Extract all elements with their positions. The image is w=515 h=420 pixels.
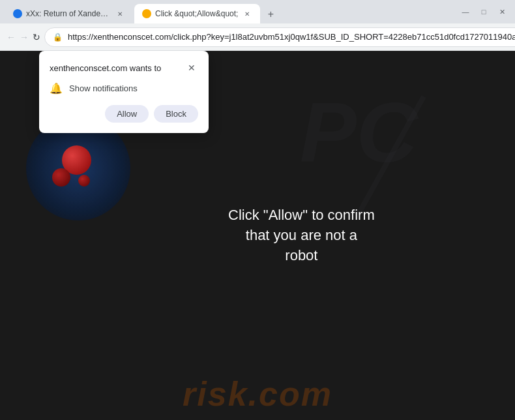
notification-popup: xenthenconscet.com wants to ✕ 🔔 Show not… [39,51,209,133]
lock-icon: 🔒 [53,33,63,42]
popup-buttons: Allow Block [50,105,198,123]
allow-button[interactable]: Allow [105,105,149,123]
window-controls: — □ ✕ [458,4,510,20]
notification-row-text: Show notifications [69,83,138,93]
popup-close-button[interactable]: ✕ [185,61,198,74]
tab-active[interactable]: Click &quot;Allow&quot; ✕ [134,4,260,23]
page-content: PC Click "Allow" to confirmthat you are … [0,51,515,420]
title-bar: xXx: Return of Xander Cage : 1... ✕ Clic… [0,0,515,23]
tab1-favicon [13,9,22,18]
tab1-close-button[interactable]: ✕ [115,8,125,19]
tab2-favicon [142,9,151,18]
tab1-title: xXx: Return of Xander Cage : 1... [26,9,111,18]
close-button[interactable]: ✕ [494,4,510,20]
address-text: https://xenthenconscet.com/click.php?key… [68,32,515,42]
risk-watermark: risk.com [183,374,332,413]
tab2-close-button[interactable]: ✕ [242,8,252,19]
main-text-content: Click "Allow" to confirmthat you are not… [228,207,375,263]
maximize-button[interactable]: □ [476,4,492,20]
address-bar[interactable]: 🔒 https://xenthenconscet.com/click.php?k… [44,27,515,47]
red-dot-medium [52,168,70,187]
back-button[interactable]: ← [7,27,16,48]
refresh-button[interactable]: ↻ [33,27,40,48]
navigation-bar: ← → ↻ 🔒 https://xenthenconscet.com/click… [0,23,515,51]
main-text: Click "Allow" to confirmthat you are not… [228,205,375,265]
red-dot-small [78,175,90,187]
block-button[interactable]: Block [154,105,198,123]
popup-header: xenthenconscet.com wants to ✕ [50,61,198,74]
circle-inner [46,136,111,201]
popup-title: xenthenconscet.com wants to [50,63,161,73]
tab2-title: Click &quot;Allow&quot; [155,9,238,18]
tab-inactive[interactable]: xXx: Return of Xander Cage : 1... ✕ [5,4,133,23]
popup-notification-row: 🔔 Show notifications [50,82,198,95]
forward-button[interactable]: → [20,27,29,48]
browser-window: xXx: Return of Xander Cage : 1... ✕ Clic… [0,0,515,420]
minimize-button[interactable]: — [458,4,473,20]
tab-group: xXx: Return of Xander Cage : 1... ✕ Clic… [5,0,455,23]
new-tab-button[interactable]: + [261,5,280,23]
bell-icon: 🔔 [50,82,63,95]
